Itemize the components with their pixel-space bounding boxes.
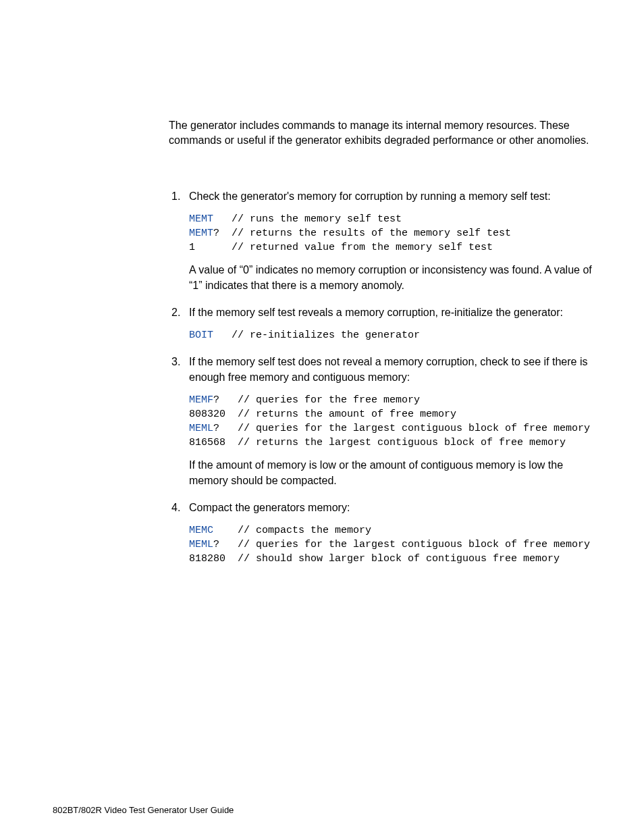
step-2: If the memory self test reveals a memory… — [169, 305, 600, 342]
step-4: Compact the generators memory: MEMC // c… — [169, 500, 600, 566]
code-text: ? // queries for the free memory — [213, 394, 420, 406]
step-1-code: MEMT // runs the memory self test MEMT? … — [189, 212, 600, 255]
cmd-memt: MEMT — [189, 213, 213, 225]
intro-paragraph: The generator includes commands to manag… — [169, 118, 600, 149]
step-2-code: BOIT // re-initializes the generator — [189, 328, 600, 342]
page-content: The generator includes commands to manag… — [0, 0, 644, 566]
steps-list: Check the generator's memory for corrupt… — [169, 189, 600, 567]
step-4-code: MEMC // compacts the memory MEML? // que… — [189, 523, 600, 566]
code-text: ? // queries for the largest contiguous … — [213, 539, 590, 550]
code-text: // compacts the memory — [213, 525, 371, 536]
code-text: ? // queries for the largest contiguous … — [213, 423, 590, 434]
cmd-meml-2: MEML — [189, 539, 213, 550]
code-text: // runs the memory self test — [213, 213, 402, 225]
step-3-followup: If the amount of memory is low or the am… — [189, 458, 600, 488]
code-text: 818280 // should show larger block of co… — [189, 553, 560, 565]
code-text: 1 // returned value from the memory self… — [189, 242, 493, 253]
code-text: 816568 // returns the largest contiguous… — [189, 437, 566, 448]
step-3-text: If the memory self test does not reveal … — [189, 355, 600, 385]
step-1: Check the generator's memory for corrupt… — [169, 189, 600, 293]
cmd-memt-q: MEMT — [189, 228, 213, 239]
step-3-code: MEMF? // queries for the free memory 808… — [189, 393, 600, 450]
step-4-text: Compact the generators memory: — [189, 500, 600, 515]
code-text: 808320 // returns the amount of free mem… — [189, 409, 456, 420]
code-text: // re-initializes the generator — [213, 330, 420, 341]
code-text: ? // returns the results of the memory s… — [213, 228, 511, 239]
cmd-memc: MEMC — [189, 525, 213, 536]
cmd-meml: MEML — [189, 423, 213, 434]
cmd-boit: BOIT — [189, 330, 213, 341]
step-1-followup: A value of “0” indicates no memory corru… — [189, 263, 600, 293]
step-3: If the memory self test does not reveal … — [169, 355, 600, 488]
page-footer: 802BT/802R Video Test Generator User Gui… — [53, 805, 234, 815]
step-2-text: If the memory self test reveals a memory… — [189, 305, 600, 320]
step-1-text: Check the generator's memory for corrupt… — [189, 189, 600, 204]
cmd-memf: MEMF — [189, 394, 213, 406]
